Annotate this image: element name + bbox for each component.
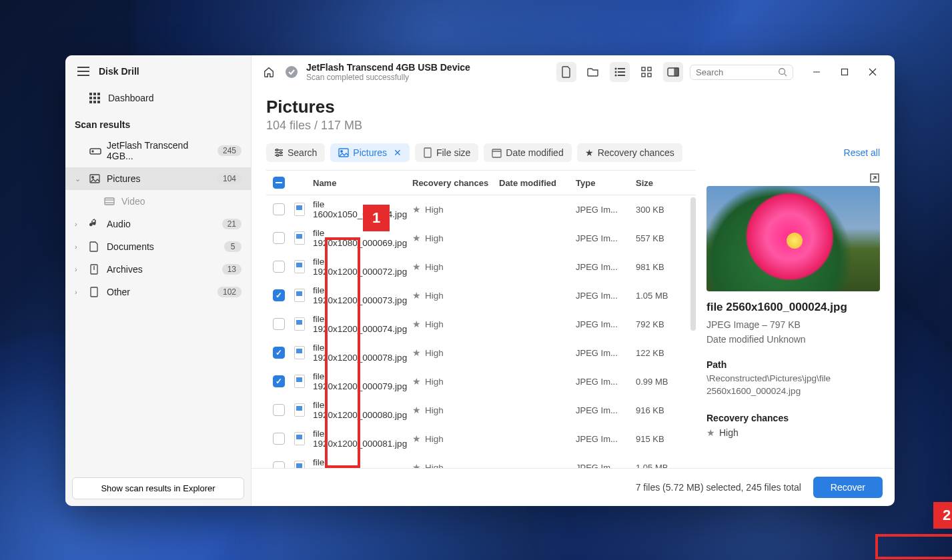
row-type: JPEG Im...	[576, 434, 636, 444]
sidebar-item-audio[interactable]: ›Audio21	[65, 213, 251, 235]
row-name: file 1920x1200_000074.jpg	[313, 314, 412, 334]
filter-label: Search	[288, 147, 317, 158]
filter-pictures-chip[interactable]: Pictures ✕	[330, 143, 410, 162]
row-type: JPEG Im...	[576, 319, 636, 329]
row-checkbox[interactable]	[273, 347, 285, 359]
row-name: file 1920x1200_000082.jpg	[313, 457, 412, 468]
table-row[interactable]: file 1600x1050_000064.jpg★HighJPEG Im...…	[266, 195, 696, 224]
window-close-button[interactable]	[860, 63, 885, 81]
sidebar-item-dashboard[interactable]: Dashboard	[65, 83, 251, 113]
sidebar-item-other[interactable]: ›Other102	[65, 281, 251, 303]
filter-datemod-button[interactable]: Date modified	[484, 143, 571, 162]
sidebar-device-row[interactable]: JetFlash Transcend 4GB... 245	[65, 134, 251, 167]
window-minimize-button[interactable]	[804, 63, 829, 81]
sidebar-badge: 21	[222, 219, 242, 229]
window-maximize-button[interactable]	[832, 63, 857, 81]
row-checkbox[interactable]	[273, 232, 285, 244]
table-row[interactable]: file 1920x1200_000074.jpg★HighJPEG Im...…	[266, 310, 696, 339]
sidebar-item-label: Dashboard	[108, 93, 154, 103]
sidebar-item-label: Audio	[107, 219, 217, 229]
svg-rect-3	[89, 97, 92, 99]
row-name: file 1920x1080_000069.jpg	[313, 228, 412, 248]
expand-icon[interactable]	[869, 173, 880, 183]
row-checkbox[interactable]	[273, 404, 285, 416]
page-title: Pictures	[266, 97, 880, 117]
show-in-explorer-button[interactable]: Show scan results in Explorer	[72, 477, 244, 499]
filter-recovery-button[interactable]: ★ Recovery chances	[577, 143, 682, 162]
row-name: file 1920x1200_000080.jpg	[313, 400, 412, 420]
table-row[interactable]: file 1920x1200_000081.jpg★HighJPEG Im...…	[266, 425, 696, 453]
search-input[interactable]	[696, 67, 774, 77]
view-split-button[interactable]	[663, 62, 683, 82]
col-name[interactable]: Name	[313, 178, 412, 188]
svg-point-32	[779, 69, 785, 75]
recover-button[interactable]: Recover	[813, 477, 883, 498]
search-input-wrap[interactable]	[690, 65, 793, 80]
col-size[interactable]: Size	[636, 178, 696, 188]
table-row[interactable]: file 1920x1080_000069.jpg★HighJPEG Im...…	[266, 224, 696, 253]
file-icon	[294, 375, 305, 388]
row-checkbox[interactable]	[273, 318, 285, 330]
row-type: JPEG Im...	[576, 405, 636, 415]
table-row[interactable]: file 1920x1200_000079.jpg★HighJPEG Im...…	[266, 367, 696, 396]
preview-path-label: Path	[706, 359, 880, 370]
svg-rect-35	[842, 69, 848, 75]
svg-rect-29	[648, 73, 651, 77]
filter-filesize-button[interactable]: File size	[415, 143, 478, 162]
table-row[interactable]: file 1920x1200_000080.jpg★HighJPEG Im...…	[266, 396, 696, 425]
select-all-checkbox[interactable]	[273, 177, 285, 189]
row-checkbox[interactable]	[273, 461, 285, 468]
row-checkbox[interactable]	[273, 203, 285, 215]
home-button[interactable]	[261, 64, 277, 80]
file-icon	[294, 260, 305, 273]
svg-point-10	[92, 151, 93, 152]
page-subtitle: 104 files / 117 MB	[266, 119, 880, 133]
table-row[interactable]: file 1920x1200_000078.jpg★HighJPEG Im...…	[266, 339, 696, 367]
hamburger-icon[interactable]	[77, 67, 89, 76]
table-row[interactable]: file 1920x1200_000073.jpg★HighJPEG Im...…	[266, 281, 696, 310]
view-folder-button[interactable]	[583, 62, 603, 82]
filter-label: Recovery chances	[598, 147, 674, 158]
chip-close-icon[interactable]: ✕	[394, 147, 402, 158]
sidebar-item-label: Archives	[107, 264, 217, 275]
svg-rect-27	[648, 67, 651, 71]
filter-row: Search Pictures ✕ File size Date modifie…	[266, 143, 880, 162]
row-checkbox[interactable]	[273, 375, 285, 387]
svg-line-33	[785, 74, 787, 77]
file-icon	[294, 317, 305, 331]
toolbar: JetFlash Transcend 4GB USB Device Scan c…	[252, 55, 895, 89]
row-recovery: High	[425, 463, 444, 469]
svg-rect-18	[91, 287, 97, 297]
svg-rect-46	[424, 148, 431, 157]
row-type: JPEG Im...	[576, 377, 636, 387]
svg-rect-26	[642, 67, 645, 71]
preview-filename: file 2560x1600_000024.jpg	[706, 301, 880, 314]
scrollbar[interactable]	[690, 197, 696, 331]
sidebar-section-title: Scan results	[65, 113, 251, 134]
col-type[interactable]: Type	[576, 178, 636, 188]
row-type: JPEG Im...	[576, 463, 636, 469]
row-name: file 1920x1200_000079.jpg	[313, 371, 412, 391]
view-grid-button[interactable]	[636, 62, 656, 82]
col-recovery[interactable]: Recovery chances	[412, 178, 499, 188]
row-checkbox[interactable]	[273, 289, 285, 301]
reset-all-link[interactable]: Reset all	[844, 147, 880, 158]
sidebar-item-documents[interactable]: ›Documents5	[65, 235, 251, 258]
row-checkbox[interactable]	[273, 261, 285, 273]
row-type: JPEG Im...	[576, 262, 636, 272]
row-checkbox[interactable]	[273, 433, 285, 445]
view-list-button[interactable]	[610, 62, 630, 82]
sidebar-item-video[interactable]: Video	[65, 190, 251, 213]
sidebar-item-pictures[interactable]: ⌄Pictures104	[65, 167, 251, 190]
sidebar-item-archives[interactable]: ›Archives13	[65, 258, 251, 281]
row-name: file 1920x1200_000072.jpg	[313, 257, 412, 277]
view-file-button[interactable]	[556, 62, 576, 82]
filter-search-button[interactable]: Search	[266, 143, 325, 162]
table-row[interactable]: file 1920x1200_000072.jpg★HighJPEG Im...…	[266, 253, 696, 281]
row-size: 0.99 MB	[636, 377, 696, 387]
col-datemod[interactable]: Date modified	[499, 178, 576, 188]
svg-point-12	[92, 177, 94, 179]
star-icon: ★	[412, 405, 421, 415]
filter-label: Date modified	[506, 147, 563, 158]
table-row[interactable]: file 1920x1200_000082.jpg★HighJPEG Im...…	[266, 453, 696, 468]
